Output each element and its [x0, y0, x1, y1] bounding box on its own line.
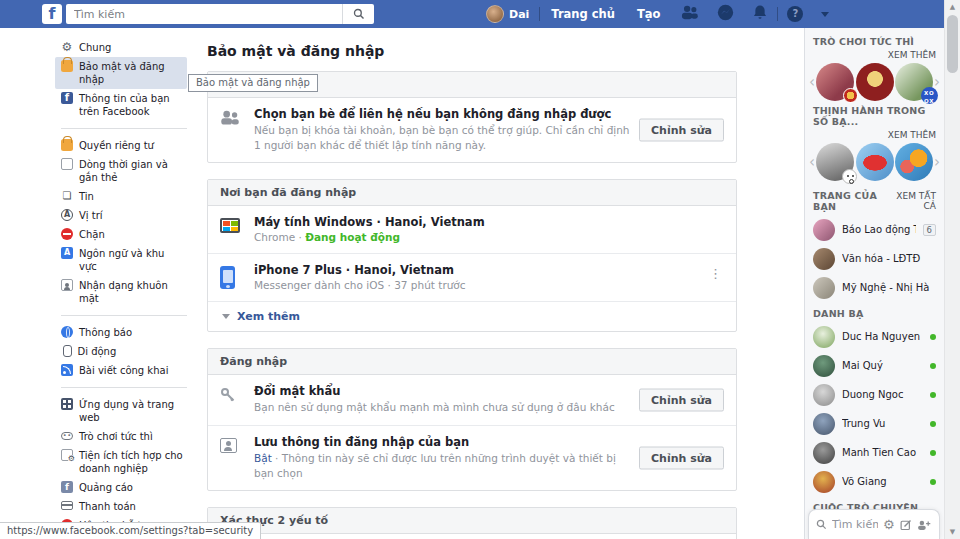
- ads-icon: [61, 481, 73, 493]
- sidebar-item-mobile[interactable]: Di động: [55, 342, 187, 361]
- sidebar-item-label: Tiện ích tích hợp cho doanh nghiệp: [79, 449, 185, 475]
- sidebar-item-general[interactable]: Chung: [55, 38, 187, 57]
- sidebar-item-timeline-tagging[interactable]: Dòng thời gian và gắn thẻ: [55, 155, 187, 187]
- sidebar-item-business-integrations[interactable]: Tiện ích tích hợp cho doanh nghiệp: [55, 446, 187, 478]
- row-title: Lưu thông tin đăng nhập của bạn: [254, 435, 638, 449]
- edit-button[interactable]: Chỉnh sửa: [639, 389, 724, 412]
- sidebar-item-payments[interactable]: Thanh toán: [55, 497, 187, 516]
- instant-games-see-more-link[interactable]: XEM THÊM: [813, 50, 936, 60]
- game-avatar[interactable]: XOOX: [895, 63, 933, 101]
- kebab-menu-icon[interactable]: ⋮: [709, 266, 722, 281]
- see-more-row[interactable]: Xem thêm: [208, 301, 736, 331]
- see-all-link[interactable]: XEM TẤT CẢ: [890, 191, 936, 211]
- create-link[interactable]: Tạo: [626, 7, 672, 21]
- sidebar-item-label: Ngôn ngữ và khu vực: [79, 247, 185, 273]
- chevron-left-icon[interactable]: ‹: [809, 155, 815, 170]
- sidebar-divider: [61, 315, 187, 316]
- page-notification-badge: 6: [923, 224, 936, 236]
- friend-requests-button[interactable]: [671, 0, 708, 28]
- trending-game-avatar[interactable]: [895, 143, 933, 181]
- chevron-right-icon[interactable]: ›: [934, 75, 940, 90]
- contact-row[interactable]: Duc Ha Nguyen: [813, 326, 936, 348]
- messenger-icon: [717, 4, 734, 25]
- chevron-right-icon[interactable]: ›: [934, 155, 940, 170]
- session-row-iphone: iPhone 7 Plus · Hanoi, Vietnam Messenger…: [208, 253, 736, 301]
- sidebar-item-tooltip: Bảo mật và đăng nhập: [188, 74, 318, 92]
- edit-button[interactable]: Chỉnh sửa: [639, 447, 724, 470]
- trending-game-avatar[interactable]: [856, 143, 894, 181]
- scrollbar-thumb[interactable]: [947, 15, 958, 73]
- sidebar-item-stories[interactable]: Tin: [55, 187, 187, 206]
- chat-search-input[interactable]: [832, 518, 878, 531]
- sidebar-item-blocking[interactable]: Chặn: [55, 225, 187, 244]
- game-avatar[interactable]: [816, 63, 854, 101]
- page-avatar: [813, 219, 835, 241]
- profile-name-link[interactable]: Dai: [509, 8, 529, 21]
- contact-name: Võ Giang: [842, 476, 923, 488]
- sidebar-item-privacy[interactable]: Quyền riêng tư: [55, 136, 187, 155]
- sidebar-item-location[interactable]: Vị trí: [55, 206, 187, 225]
- sidebar-item-label: Tin: [79, 190, 94, 203]
- search-icon: [816, 519, 827, 530]
- notifications-button[interactable]: [743, 0, 777, 28]
- search-button[interactable]: [342, 4, 374, 24]
- two-factor-row: Sử dụng xác thực 2 yếu tố Chúng tôi sẽ y…: [208, 534, 736, 539]
- new-group-icon[interactable]: [917, 519, 931, 531]
- sidebar-item-face-recognition[interactable]: Nhận dạng khuôn mặt: [55, 276, 187, 308]
- card-icon: [61, 501, 73, 510]
- messenger-button[interactable]: [708, 0, 743, 28]
- profile-avatar[interactable]: [486, 5, 504, 23]
- contact-row[interactable]: Võ Giang: [813, 471, 936, 493]
- contact-avatar: [813, 326, 835, 348]
- sidebar-item-instant-games[interactable]: Trò chơi tức thì: [55, 427, 187, 446]
- session-row-windows: Máy tính Windows · Hanoi, Vietnam Chrome…: [208, 206, 736, 253]
- contact-row[interactable]: Trung Vu: [813, 413, 936, 435]
- page-row[interactable]: Mỹ Nghệ - Nhị Hà: [813, 277, 936, 299]
- gamepad-icon: [61, 432, 73, 440]
- scroll-down-arrow-icon[interactable]: ▼: [945, 528, 960, 536]
- row-description: Nếu bạn bị khóa tài khoản, bạn bè bạn có…: [254, 123, 638, 152]
- privacy-lock-icon: [61, 139, 73, 151]
- page-row[interactable]: Báo Lao động Thủ đô 6: [813, 219, 936, 241]
- key-icon: [220, 384, 254, 403]
- scroll-up-arrow-icon[interactable]: ▲: [945, 3, 960, 11]
- sidebar-item-security-login[interactable]: Bảo mật và đăng nhập: [55, 57, 187, 89]
- edit-button[interactable]: Chỉnh sửa: [639, 119, 724, 142]
- sidebar-item-your-facebook-information[interactable]: Thông tin của bạn trên Facebook: [55, 89, 187, 121]
- instant-games-header: TRÒ CHƠI TỨC THÌ: [813, 36, 936, 47]
- see-more-link: Xem thêm: [237, 310, 300, 323]
- contact-row[interactable]: Duong Ngoc: [813, 384, 936, 406]
- sidebar-item-public-posts[interactable]: Bài viết công khai: [55, 361, 187, 380]
- chat-settings-gear-icon[interactable]: ⚙: [883, 517, 895, 532]
- game-avatar[interactable]: [856, 63, 894, 101]
- help-button[interactable]: ?: [778, 0, 812, 28]
- online-status-dot: [930, 334, 936, 340]
- trending-see-more-link[interactable]: XEM THÊM: [813, 130, 936, 140]
- sidebar-item-language-region[interactable]: Ngôn ngữ và khu vực: [55, 244, 187, 276]
- browser-status-bar: https://www.facebook.com/settings?tab=se…: [0, 522, 261, 539]
- sidebar-item-apps-websites[interactable]: Ứng dụng và trang web: [55, 395, 187, 427]
- sidebar-item-label: Chặn: [79, 228, 105, 241]
- new-message-icon[interactable]: [900, 519, 912, 531]
- trending-game-avatar[interactable]: [816, 143, 854, 181]
- state-on-label: Bật: [254, 452, 272, 464]
- blocking-icon: [61, 228, 73, 240]
- contact-row[interactable]: Mai Quý: [813, 355, 936, 377]
- home-link[interactable]: Trang chủ: [540, 7, 626, 21]
- page-row[interactable]: Văn hóa - LĐTĐ: [813, 248, 936, 270]
- sidebar-item-ads[interactable]: Quảng cáo: [55, 478, 187, 497]
- chevron-left-icon[interactable]: ‹: [809, 75, 815, 90]
- contact-row[interactable]: Manh Tien Cao: [813, 442, 936, 464]
- page-scrollbar[interactable]: ▲ ▼: [944, 0, 960, 539]
- facebook-logo[interactable]: f: [42, 4, 62, 24]
- search-input[interactable]: [66, 8, 342, 21]
- sidebar-item-notifications[interactable]: Thông báo: [55, 323, 187, 342]
- page-avatar: [813, 248, 835, 270]
- row-title: Đổi mật khẩu: [254, 384, 638, 398]
- your-pages-header: TRANG CỦA BẠN: [813, 190, 890, 212]
- account-menu-button[interactable]: [812, 0, 838, 28]
- page-avatar: [813, 277, 835, 299]
- sidebar-divider: [61, 387, 187, 388]
- bell-icon: [752, 4, 768, 25]
- session-meta: Messenger dành cho iOS · 37 phút trước: [254, 279, 714, 291]
